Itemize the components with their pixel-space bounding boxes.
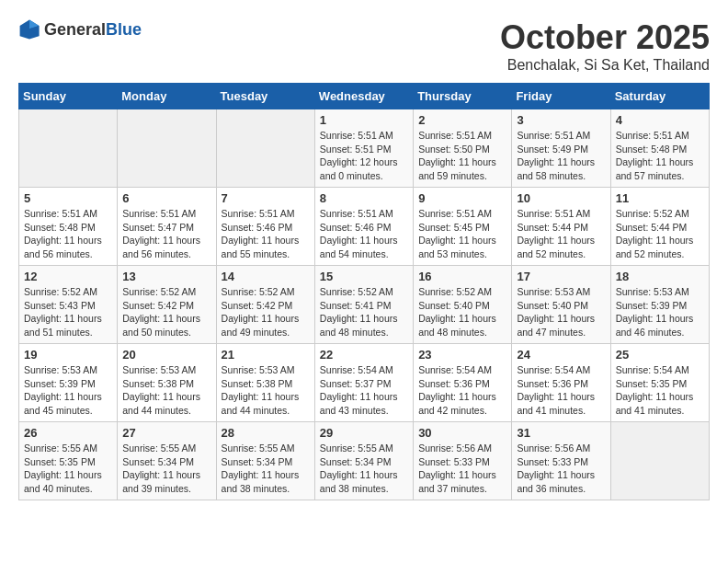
day-number: 5 [24,191,112,205]
day-number: 19 [24,348,112,362]
calendar-cell: 29Sunrise: 5:55 AM Sunset: 5:34 PM Dayli… [314,422,413,500]
calendar-cell: 6Sunrise: 5:51 AM Sunset: 5:47 PM Daylig… [118,188,216,266]
cell-info: Sunrise: 5:56 AM Sunset: 5:33 PM Dayligh… [517,442,605,496]
calendar-cell [118,109,216,188]
calendar-cell: 1Sunrise: 5:51 AM Sunset: 5:51 PM Daylig… [314,109,413,188]
day-number: 27 [122,426,210,440]
day-number: 13 [122,270,210,283]
calendar-cell: 24Sunrise: 5:54 AM Sunset: 5:36 PM Dayli… [512,344,610,422]
cell-info: Sunrise: 5:55 AM Sunset: 5:34 PM Dayligh… [320,442,408,496]
day-number: 31 [517,426,605,440]
cell-info: Sunrise: 5:53 AM Sunset: 5:39 PM Dayligh… [616,285,704,339]
calendar-header-row: SundayMondayTuesdayWednesdayThursdayFrid… [19,84,710,109]
cell-info: Sunrise: 5:54 AM Sunset: 5:36 PM Dayligh… [517,363,605,418]
day-number: 1 [320,113,408,127]
calendar-cell: 17Sunrise: 5:53 AM Sunset: 5:40 PM Dayli… [512,266,610,344]
day-number: 6 [122,191,210,205]
calendar-cell [610,422,709,500]
day-header-tuesday: Tuesday [216,84,314,109]
calendar-cell: 13Sunrise: 5:52 AM Sunset: 5:42 PM Dayli… [118,266,216,344]
day-number: 17 [517,270,605,283]
calendar-cell: 25Sunrise: 5:54 AM Sunset: 5:35 PM Dayli… [610,344,709,422]
calendar-cell: 18Sunrise: 5:53 AM Sunset: 5:39 PM Dayli… [610,266,709,344]
cell-info: Sunrise: 5:55 AM Sunset: 5:34 PM Dayligh… [122,442,210,496]
day-number: 22 [320,348,408,362]
calendar-cell [216,109,314,188]
cell-info: Sunrise: 5:51 AM Sunset: 5:47 PM Dayligh… [122,207,210,261]
cell-info: Sunrise: 5:55 AM Sunset: 5:35 PM Dayligh… [24,442,112,496]
cell-info: Sunrise: 5:53 AM Sunset: 5:40 PM Dayligh… [517,285,605,339]
day-number: 11 [616,191,704,205]
day-number: 29 [320,426,408,440]
day-number: 7 [222,191,310,205]
day-number: 26 [24,426,112,440]
day-header-saturday: Saturday [610,84,709,109]
cell-info: Sunrise: 5:52 AM Sunset: 5:44 PM Dayligh… [616,207,704,261]
calendar-cell: 19Sunrise: 5:53 AM Sunset: 5:39 PM Dayli… [19,344,118,422]
calendar-cell: 7Sunrise: 5:51 AM Sunset: 5:46 PM Daylig… [216,188,314,266]
cell-info: Sunrise: 5:51 AM Sunset: 5:48 PM Dayligh… [616,129,704,183]
calendar-cell: 16Sunrise: 5:52 AM Sunset: 5:40 PM Dayli… [414,266,512,344]
day-header-wednesday: Wednesday [314,84,413,109]
calendar-cell: 30Sunrise: 5:56 AM Sunset: 5:33 PM Dayli… [414,422,512,500]
cell-info: Sunrise: 5:51 AM Sunset: 5:46 PM Dayligh… [222,207,310,261]
calendar-cell: 20Sunrise: 5:53 AM Sunset: 5:38 PM Dayli… [118,344,216,422]
calendar-cell: 2Sunrise: 5:51 AM Sunset: 5:50 PM Daylig… [414,109,512,188]
day-number: 16 [418,270,506,283]
calendar-cell: 5Sunrise: 5:51 AM Sunset: 5:48 PM Daylig… [19,188,118,266]
week-row-1: 1Sunrise: 5:51 AM Sunset: 5:51 PM Daylig… [19,109,710,188]
day-number: 21 [222,348,310,362]
day-number: 12 [24,270,112,283]
cell-info: Sunrise: 5:53 AM Sunset: 5:38 PM Dayligh… [122,363,210,418]
day-number: 15 [320,270,408,283]
title-block: October 2025 Benchalak, Si Sa Ket, Thail… [500,18,710,74]
calendar-cell: 21Sunrise: 5:53 AM Sunset: 5:38 PM Dayli… [216,344,314,422]
calendar-cell [19,109,118,188]
cell-info: Sunrise: 5:56 AM Sunset: 5:33 PM Dayligh… [418,442,506,496]
location-subtitle: Benchalak, Si Sa Ket, Thailand [500,57,710,74]
cell-info: Sunrise: 5:54 AM Sunset: 5:37 PM Dayligh… [320,363,408,418]
day-header-monday: Monday [118,84,216,109]
logo-text-general: General [44,20,106,39]
cell-info: Sunrise: 5:52 AM Sunset: 5:42 PM Dayligh… [122,285,210,339]
day-number: 3 [517,113,605,127]
calendar-table: SundayMondayTuesdayWednesdayThursdayFrid… [18,83,710,500]
week-row-3: 12Sunrise: 5:52 AM Sunset: 5:43 PM Dayli… [19,266,710,344]
cell-info: Sunrise: 5:51 AM Sunset: 5:48 PM Dayligh… [24,207,112,261]
calendar-cell: 15Sunrise: 5:52 AM Sunset: 5:41 PM Dayli… [314,266,413,344]
cell-info: Sunrise: 5:55 AM Sunset: 5:34 PM Dayligh… [222,442,310,496]
cell-info: Sunrise: 5:51 AM Sunset: 5:45 PM Dayligh… [418,207,506,261]
calendar-cell: 26Sunrise: 5:55 AM Sunset: 5:35 PM Dayli… [19,422,118,500]
calendar-cell: 27Sunrise: 5:55 AM Sunset: 5:34 PM Dayli… [118,422,216,500]
calendar-cell: 31Sunrise: 5:56 AM Sunset: 5:33 PM Dayli… [512,422,610,500]
day-number: 4 [616,113,704,127]
day-number: 30 [418,426,506,440]
day-number: 8 [320,191,408,205]
calendar-cell: 12Sunrise: 5:52 AM Sunset: 5:43 PM Dayli… [19,266,118,344]
cell-info: Sunrise: 5:51 AM Sunset: 5:49 PM Dayligh… [517,129,605,183]
day-number: 23 [418,348,506,362]
cell-info: Sunrise: 5:51 AM Sunset: 5:44 PM Dayligh… [517,207,605,261]
calendar-cell: 4Sunrise: 5:51 AM Sunset: 5:48 PM Daylig… [610,109,709,188]
cell-info: Sunrise: 5:52 AM Sunset: 5:42 PM Dayligh… [222,285,310,339]
calendar-cell: 3Sunrise: 5:51 AM Sunset: 5:49 PM Daylig… [512,109,610,188]
week-row-5: 26Sunrise: 5:55 AM Sunset: 5:35 PM Dayli… [19,422,710,500]
calendar-cell: 10Sunrise: 5:51 AM Sunset: 5:44 PM Dayli… [512,188,610,266]
week-row-4: 19Sunrise: 5:53 AM Sunset: 5:39 PM Dayli… [19,344,710,422]
day-number: 24 [517,348,605,362]
cell-info: Sunrise: 5:52 AM Sunset: 5:43 PM Dayligh… [24,285,112,339]
page-header: GeneralBlue October 2025 Benchalak, Si S… [18,18,710,74]
cell-info: Sunrise: 5:51 AM Sunset: 5:46 PM Dayligh… [320,207,408,261]
calendar-cell: 14Sunrise: 5:52 AM Sunset: 5:42 PM Dayli… [216,266,314,344]
cell-info: Sunrise: 5:54 AM Sunset: 5:35 PM Dayligh… [616,363,704,418]
day-header-thursday: Thursday [414,84,512,109]
cell-info: Sunrise: 5:53 AM Sunset: 5:39 PM Dayligh… [24,363,112,418]
day-number: 20 [122,348,210,362]
logo-icon [18,18,40,40]
calendar-cell: 22Sunrise: 5:54 AM Sunset: 5:37 PM Dayli… [314,344,413,422]
calendar-cell: 28Sunrise: 5:55 AM Sunset: 5:34 PM Dayli… [216,422,314,500]
cell-info: Sunrise: 5:53 AM Sunset: 5:38 PM Dayligh… [222,363,310,418]
cell-info: Sunrise: 5:52 AM Sunset: 5:40 PM Dayligh… [418,285,506,339]
cell-info: Sunrise: 5:54 AM Sunset: 5:36 PM Dayligh… [418,363,506,418]
logo: GeneralBlue [18,18,142,40]
